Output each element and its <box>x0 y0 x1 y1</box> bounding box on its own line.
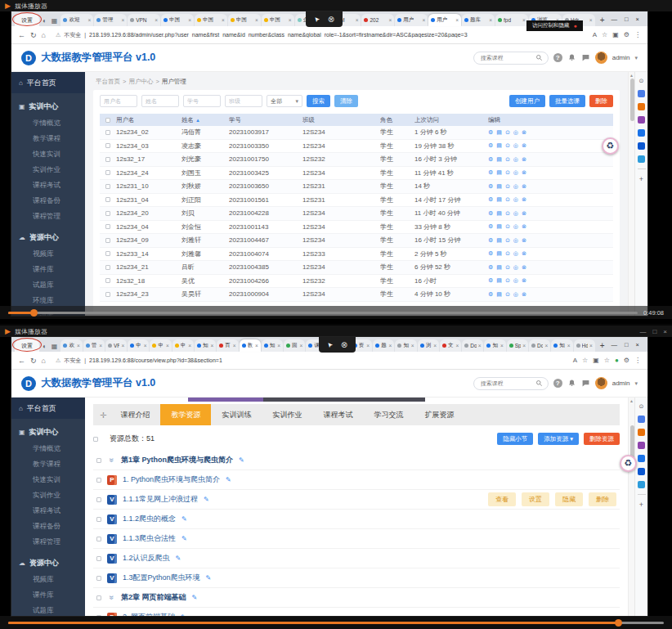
sidebar-item[interactable]: 学情概览 <box>11 441 85 456</box>
tab-close-icon[interactable]: × <box>277 343 280 348</box>
table-row[interactable]: 12s234_03 凌志豪 20231003350 12S234 学生 19 分… <box>100 140 613 154</box>
resource-row[interactable]: V 1.1.1常见网上冲浪过程 ✎ 查看设置隐藏删除 <box>93 490 620 510</box>
toolbar-icon[interactable]: ⋮ <box>634 357 641 364</box>
browser-tab[interactable]: 浏 × <box>418 339 439 352</box>
view-icon[interactable]: ◎ <box>513 237 518 244</box>
scrollbar-thumb[interactable] <box>630 79 634 121</box>
browser-tab[interactable]: 圆 × <box>284 339 305 352</box>
close-button[interactable]: × <box>636 16 639 23</box>
tab-close-icon[interactable]: × <box>155 17 158 23</box>
resource-title[interactable]: 1.1.3爬虫合法性 <box>123 533 176 544</box>
platform-logo[interactable]: D <box>21 376 36 391</box>
settings-icon[interactable]: ⚙ <box>488 237 493 244</box>
resource-title[interactable]: 1.3配置Python爬虫环境 <box>123 573 200 583</box>
extension-icon[interactable] <box>638 129 645 137</box>
tab-close-icon[interactable]: × <box>489 17 492 23</box>
edit-pencil-icon[interactable]: ✎ <box>226 476 231 483</box>
table-row[interactable]: 12s234_24 刘国玉 20231003425 12S234 学生 11 分… <box>100 167 613 181</box>
course-search[interactable] <box>473 377 549 390</box>
breadcrumb-item[interactable]: > 用户中心 <box>123 78 153 86</box>
tab-settings[interactable]: 设置 <box>15 14 39 26</box>
toolbar-icon[interactable]: A <box>573 357 577 364</box>
sidebar-item[interactable]: 课件库 <box>11 262 85 277</box>
browser-tab[interactable]: 知 × <box>484 339 505 352</box>
floating-assistant-badge[interactable]: ♻ <box>602 137 619 155</box>
filter-input[interactable] <box>225 95 262 107</box>
toolbar-icon[interactable]: ▣ <box>612 31 619 38</box>
sidebar-item[interactable]: 试题库 <box>11 603 85 616</box>
sidebar-item[interactable]: 课程考试 <box>11 177 85 193</box>
resource-row[interactable]: V 1.1.2爬虫的概念 ✎ <box>93 510 620 529</box>
cursor-icon[interactable]: ➤ <box>312 15 321 24</box>
tab-close-icon[interactable]: × <box>455 343 459 348</box>
seek-track[interactable] <box>8 622 664 624</box>
stop-recording-icon[interactable]: ⊗ <box>341 340 347 349</box>
tab-grid-icon[interactable]: ▦ <box>50 17 60 26</box>
sidebar-item[interactable]: 课程备份 <box>11 519 85 534</box>
browser-tab[interactable]: 文 × <box>440 339 461 352</box>
resource-title[interactable]: 1.2认识反爬虫 <box>123 553 170 564</box>
extension-icon[interactable] <box>638 455 645 462</box>
browser-tab[interactable]: Sp × <box>507 339 528 352</box>
row-checkbox[interactable] <box>105 157 110 162</box>
tab-close-icon[interactable]: × <box>478 343 482 348</box>
create-user-button[interactable]: 创建用户 <box>509 95 545 107</box>
table-row[interactable]: 12s233_14 刘雅馨 20231004074 12S233 学生 2 分钟… <box>100 248 613 262</box>
toolbar-icon[interactable]: ▣ <box>593 357 599 364</box>
scroll-up-icon[interactable]: ▲ <box>629 398 634 403</box>
browser-tab[interactable]: VP × <box>105 339 127 352</box>
sidebar-item-home[interactable]: ⌂ 平台首页 <box>11 72 85 93</box>
play-icon[interactable]: ⊙ <box>505 250 510 257</box>
filter-input[interactable] <box>141 95 179 107</box>
address-bar[interactable]: ⚠ 不安全 | 218.199.129.6:88/course/view.php… <box>51 355 568 366</box>
row-checkbox[interactable] <box>105 170 110 175</box>
courses-icon[interactable]: ▤ <box>496 250 502 257</box>
view-icon[interactable]: ◎ <box>513 277 518 284</box>
resource-action-button[interactable]: 设置 <box>522 492 549 506</box>
table-row[interactable]: 12s234_23 吴昊轩 20231000904 12S234 学生 4 分钟… <box>100 288 613 302</box>
extension-icon[interactable] <box>638 155 645 163</box>
browser-tab[interactable]: 202 × <box>361 14 394 26</box>
help-icon[interactable]: ? <box>553 53 562 62</box>
delete-icon[interactable]: ⊗ <box>522 156 526 163</box>
resource-row[interactable]: » 第2章 网页前端基础 ✎ <box>93 588 620 608</box>
play-icon[interactable]: ⊙ <box>505 291 510 298</box>
hide-section-button[interactable]: 隐藏小节 <box>497 433 533 445</box>
browser-tab[interactable]: 中 × <box>128 339 149 352</box>
add-resource-button[interactable]: 添加资源 ▾ <box>538 433 579 445</box>
username[interactable]: admin <box>612 54 630 61</box>
cursor-icon[interactable]: ➤ <box>325 340 334 349</box>
resource-action-button[interactable]: 查看 <box>488 492 516 506</box>
courses-icon[interactable]: ▤ <box>496 237 502 244</box>
courses-icon[interactable]: ▤ <box>496 210 502 217</box>
tab-close-icon[interactable]: × <box>255 17 258 23</box>
course-tab[interactable]: 教学资源 <box>160 404 211 425</box>
tab-close-icon[interactable]: × <box>589 17 593 23</box>
back-icon[interactable]: ← <box>18 357 25 365</box>
tab-close-icon[interactable]: × <box>389 343 392 348</box>
extension-icon[interactable] <box>638 116 645 124</box>
edit-pencil-icon[interactable]: ✎ <box>239 456 244 464</box>
settings-icon[interactable]: ⚙ <box>488 250 493 257</box>
select-all-checkbox[interactable] <box>93 437 98 442</box>
sidebar-item[interactable]: 快速实训 <box>11 146 85 162</box>
extension-icon[interactable] <box>638 442 645 449</box>
tab-close-icon[interactable]: × <box>522 343 526 348</box>
tab-close-icon[interactable]: × <box>411 343 414 348</box>
sidebar-section-header[interactable]: ☁ 资源中心 <box>11 224 85 246</box>
row-checkbox[interactable] <box>96 517 101 522</box>
settings-icon[interactable]: ⚙ <box>488 210 493 217</box>
delete-icon[interactable]: ⊗ <box>522 291 526 298</box>
view-icon[interactable]: ◎ <box>513 183 518 190</box>
browser-tab[interactable]: 管 × <box>83 339 105 352</box>
row-checkbox[interactable] <box>105 184 110 189</box>
row-checkbox[interactable] <box>105 197 110 202</box>
edit-pencil-icon[interactable]: ✎ <box>176 555 181 562</box>
chat-icon[interactable] <box>581 53 590 62</box>
browser-tab[interactable]: 中 × <box>150 339 171 352</box>
new-tab-button[interactable]: + <box>597 341 608 352</box>
tab-settings[interactable]: 设置 <box>15 339 39 352</box>
close-button[interactable]: × <box>663 328 667 335</box>
browser-tab[interactable]: 中国 × <box>161 14 194 26</box>
tab-close-icon[interactable]: × <box>544 343 548 348</box>
